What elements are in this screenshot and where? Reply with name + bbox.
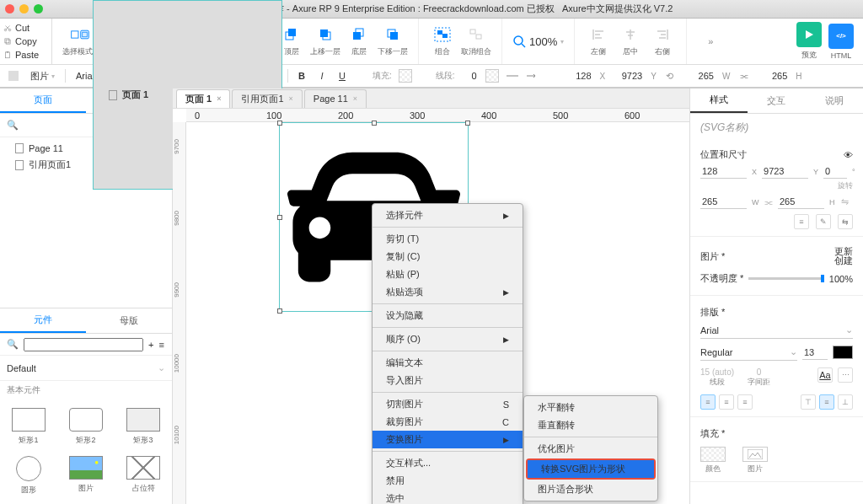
minimize-window-icon[interactable] — [19, 4, 29, 13]
h-input[interactable] — [757, 70, 789, 82]
italic-icon[interactable]: I — [315, 69, 329, 83]
menu-item-paste-options[interactable]: 粘贴选项▶ — [373, 283, 523, 301]
line-style-icon[interactable] — [506, 69, 519, 83]
menu-item-selected[interactable]: 选中 — [373, 490, 523, 504]
maximize-window-icon[interactable] — [34, 4, 43, 13]
lock-aspect-icon[interactable]: ⫘ — [737, 69, 750, 83]
menu-item-transform-image[interactable]: 变换图片▶ — [373, 431, 523, 448]
align-left-button[interactable]: 左侧 — [585, 25, 612, 57]
toolbar-overflow-button[interactable]: » — [697, 32, 724, 51]
flip-h-icon[interactable]: ⇋ — [841, 196, 849, 207]
text-valign-middle-icon[interactable]: ≡ — [819, 394, 834, 410]
canvas-tab[interactable]: 引用页面1× — [232, 89, 302, 108]
menu-item-crop-image[interactable]: 裁剪图片C — [373, 413, 523, 431]
bold-icon[interactable]: B — [295, 69, 308, 83]
prop-x-input[interactable] — [700, 164, 747, 179]
shape-rect1[interactable]: 矩形1 — [0, 403, 57, 451]
text-align-right-icon[interactable]: ≡ — [737, 394, 753, 410]
tab-pages[interactable]: 页面 — [0, 88, 86, 113]
select-mode-button[interactable]: 选择模式 — [62, 25, 97, 57]
traffic-lights[interactable] — [5, 4, 43, 13]
font-size-input[interactable] — [802, 346, 828, 360]
menu-item-split-image[interactable]: 切割图片S — [373, 395, 523, 413]
fill-color-icon[interactable] — [7, 69, 20, 83]
library-search-input[interactable] — [24, 338, 143, 351]
shape-rect2[interactable]: 矩形2 — [57, 403, 115, 451]
tab-masters[interactable]: 母版 — [86, 308, 172, 333]
zoom-control[interactable]: 100%▾ — [512, 35, 564, 48]
opacity-value[interactable]: 100% — [829, 274, 853, 284]
menu-item-order[interactable]: 顺序 (O)▶ — [373, 330, 523, 348]
shape-ellipse[interactable]: 圆形 — [0, 451, 57, 501]
close-tab-icon[interactable]: × — [217, 94, 221, 103]
menu-item-import-image[interactable]: 导入图片 — [373, 372, 523, 389]
paste-button[interactable]: Paste — [3, 48, 48, 62]
edit-points-icon[interactable]: ✎ — [816, 214, 831, 229]
text-case-icon[interactable]: Aa — [817, 367, 833, 383]
preview-button[interactable]: 预览 — [796, 22, 823, 61]
align-right-button[interactable]: 右侧 — [649, 25, 676, 57]
fill-image-swatch[interactable] — [742, 447, 768, 462]
library-selector[interactable]: Default⌄ — [0, 356, 172, 381]
align-center-button[interactable]: 居中 — [617, 25, 644, 57]
artboard[interactable]: 选择元件▶ 剪切 (T) 复制 (C) 粘贴 (P) 粘贴选项▶ 设为隐藏 顺序… — [186, 122, 689, 504]
shape-image[interactable]: ●图片 — [57, 451, 115, 501]
text-options-icon[interactable]: ⋯ — [838, 367, 853, 383]
close-tab-icon[interactable]: × — [289, 94, 293, 103]
menu-item-flip-h[interactable]: 水平翻转 — [524, 399, 657, 416]
tab-libraries[interactable]: 元件 — [0, 308, 86, 333]
menu-item-copy[interactable]: 复制 (C) — [373, 248, 523, 265]
line-color-icon[interactable] — [485, 69, 499, 83]
publish-html-button[interactable]: </>HTML — [828, 24, 855, 60]
canvas-area[interactable]: 页面 1× 引用页面1× Page 11× 010020030040050060… — [173, 88, 689, 504]
prop-w-input[interactable] — [700, 195, 747, 209]
send-back-button[interactable]: 底层 — [346, 25, 373, 57]
prop-rotation-input[interactable] — [823, 164, 847, 179]
fill-color-swatch[interactable] — [700, 447, 726, 462]
send-backward-button[interactable]: 下移一层 — [378, 25, 408, 57]
close-window-icon[interactable] — [5, 4, 14, 13]
group-button[interactable]: 组合 — [429, 25, 456, 57]
align-top-icon[interactable]: ≡ — [794, 214, 809, 229]
lock-position-icon[interactable]: ⟲ — [663, 69, 677, 83]
lock-aspect-icon[interactable]: ⫘ — [764, 197, 773, 207]
context-submenu[interactable]: 水平翻转 垂直翻转 优化图片 转换SVG图片为形状 图片适合形状 — [523, 395, 658, 501]
menu-item-paste[interactable]: 粘贴 (P) — [373, 265, 523, 283]
menu-item-disable[interactable]: 禁用 — [373, 472, 523, 490]
copy-button[interactable]: Copy — [3, 35, 48, 48]
canvas-tab[interactable]: 页面 1× — [176, 89, 230, 108]
prop-h-input[interactable] — [778, 195, 824, 209]
menu-item-visibility[interactable]: 设为隐藏 — [373, 307, 523, 324]
tab-style[interactable]: 样式 — [690, 88, 748, 113]
widget-name-input[interactable]: (SVG名称) — [690, 114, 863, 142]
menu-item-cut[interactable]: 剪切 (T) — [373, 230, 523, 248]
close-tab-icon[interactable]: × — [353, 94, 357, 103]
font-family-select[interactable]: Arial — [700, 322, 853, 339]
text-valign-top-icon[interactable]: ⊤ — [801, 394, 816, 410]
line-width-input[interactable] — [462, 70, 479, 82]
flip-icon[interactable]: ⇆ — [838, 214, 853, 229]
library-options-icon[interactable]: ≡ — [158, 340, 163, 350]
menu-item-flip-v[interactable]: 垂直翻转 — [524, 416, 657, 434]
shape-placeholder[interactable]: 占位符 — [115, 451, 172, 501]
shape-rect3[interactable]: 矩形3 — [115, 403, 172, 451]
tab-notes[interactable]: 说明 — [806, 88, 863, 113]
menu-item-convert-svg[interactable]: 转换SVG图片为形状 — [528, 460, 654, 478]
x-input[interactable] — [561, 70, 593, 82]
cut-button[interactable]: Cut — [3, 21, 48, 35]
add-library-icon[interactable]: + — [148, 340, 153, 350]
menu-item-edit-text[interactable]: 编辑文本 — [373, 354, 523, 372]
widget-type-dropdown[interactable]: 图片 — [27, 68, 58, 84]
font-weight-select[interactable]: Regular — [700, 344, 797, 361]
arrow-style-icon[interactable] — [526, 69, 539, 83]
text-color-swatch[interactable] — [833, 346, 853, 359]
ungroup-button[interactable]: 取消组合 — [461, 25, 491, 57]
canvas-tab[interactable]: Page 11× — [304, 89, 367, 108]
menu-item-select[interactable]: 选择元件▶ — [373, 206, 523, 224]
w-input[interactable] — [683, 70, 716, 82]
tab-interactions[interactable]: 交互 — [748, 88, 805, 113]
y-input[interactable] — [612, 70, 644, 82]
bring-forward-button[interactable]: 上移一层 — [310, 25, 340, 57]
text-align-left-icon[interactable]: ≡ — [700, 394, 716, 410]
fill-swatch[interactable] — [399, 69, 412, 83]
